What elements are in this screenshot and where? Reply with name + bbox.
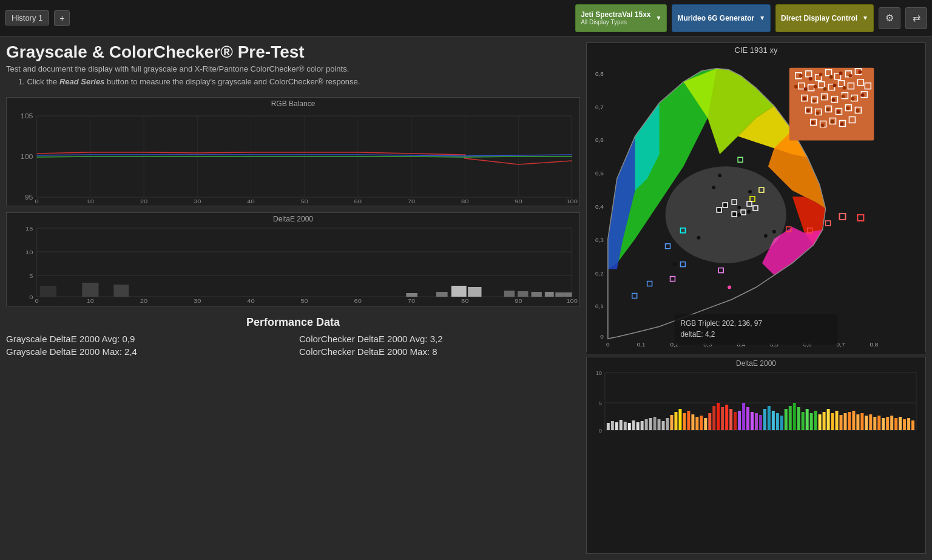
svg-rect-260 [848, 412, 851, 430]
svg-text:0: 0 [606, 341, 610, 348]
svg-point-107 [712, 186, 715, 189]
svg-rect-266 [873, 417, 876, 430]
svg-point-159 [822, 96, 826, 100]
svg-text:0,7: 0,7 [837, 341, 845, 348]
svg-rect-242 [772, 411, 775, 430]
perf-value-gs-avg: 0,9 [123, 334, 135, 344]
perf-item-cc-max: ColorChecker DeltaE 2000 Max: 8 [299, 346, 580, 357]
svg-point-160 [832, 98, 836, 102]
device2-name: Murideo 6G Generator [677, 14, 754, 22]
svg-rect-215 [658, 419, 661, 430]
svg-rect-212 [645, 419, 648, 430]
svg-point-157 [803, 97, 806, 101]
svg-rect-274 [907, 418, 910, 430]
svg-rect-249 [802, 412, 805, 430]
instruction-suffix: button to measure the display's grayscal… [104, 77, 360, 86]
svg-point-182 [821, 123, 825, 127]
device1-button[interactable]: Jeti SpectraVal 15xx All Display Types ▼ [575, 4, 667, 32]
deltae-right-chart: DeltaE 2000 10 5 0 [586, 357, 926, 554]
svg-text:0: 0 [35, 198, 39, 204]
svg-text:50: 50 [300, 298, 308, 304]
svg-rect-273 [903, 419, 906, 430]
svg-rect-233 [734, 412, 737, 430]
svg-point-112 [748, 190, 752, 194]
svg-text:0,3: 0,3 [595, 237, 604, 243]
svg-rect-214 [653, 417, 657, 430]
settings-button[interactable]: ⚙ [879, 7, 900, 29]
deltae-left-title: DeltaE 2000 [7, 213, 579, 225]
svg-text:0,8: 0,8 [870, 341, 878, 348]
svg-rect-52 [406, 293, 417, 297]
header: History 1 + Jeti SpectraVal 15xx All Dis… [0, 0, 932, 36]
svg-point-137 [799, 74, 803, 78]
svg-text:0,8: 0,8 [595, 70, 604, 77]
svg-rect-244 [780, 416, 783, 430]
svg-rect-271 [894, 418, 897, 430]
svg-rect-60 [555, 292, 564, 297]
svg-rect-236 [746, 407, 749, 430]
perf-item-cc-avg: ColorChecker DeltaE 2000 Avg: 3,2 [299, 334, 580, 344]
svg-text:100: 100 [21, 153, 33, 160]
svg-point-184 [840, 122, 844, 126]
svg-rect-221 [683, 413, 686, 430]
svg-rect-243 [776, 413, 779, 430]
svg-rect-50 [82, 283, 98, 297]
svg-point-190 [747, 210, 751, 214]
svg-point-161 [841, 95, 845, 98]
svg-rect-211 [641, 421, 644, 430]
arrows-button[interactable]: ⇄ [905, 7, 927, 29]
performance-grid: Grayscale DeltaE 2000 Avg: 0,9 ColorChec… [6, 334, 580, 357]
add-tab-button[interactable]: + [54, 10, 70, 26]
svg-text:10: 10 [87, 198, 95, 204]
svg-rect-272 [899, 417, 902, 430]
svg-point-140 [829, 75, 833, 79]
deltae-right-title: DeltaE 2000 [587, 357, 925, 369]
svg-rect-235 [742, 403, 745, 430]
cie-chart-title: CIE 1931 xy [587, 43, 925, 57]
svg-rect-61 [564, 292, 572, 297]
svg-rect-223 [691, 414, 694, 430]
svg-rect-239 [759, 415, 762, 430]
history-tab[interactable]: History 1 [5, 10, 49, 25]
svg-rect-270 [890, 416, 893, 430]
svg-point-110 [737, 206, 741, 209]
svg-text:60: 60 [354, 298, 362, 304]
svg-rect-253 [819, 414, 822, 430]
perf-item-gs-max: Grayscale DeltaE 2000 Max: 2,4 [6, 346, 287, 357]
svg-point-139 [819, 73, 823, 76]
svg-text:20: 20 [140, 298, 148, 304]
svg-rect-246 [789, 406, 792, 430]
svg-rect-217 [666, 418, 669, 430]
svg-text:40: 40 [247, 298, 255, 304]
svg-text:80: 80 [461, 298, 469, 304]
svg-point-148 [833, 84, 837, 87]
perf-label-cc-avg: ColorChecker DeltaE 2000 Avg: [299, 334, 430, 344]
svg-point-181 [811, 121, 815, 125]
perf-item-gs-avg: Grayscale DeltaE 2000 Avg: 0,9 [6, 334, 287, 344]
svg-point-96 [723, 203, 727, 207]
left-panel: Grayscale & ColorChecker® Pre-Test Test … [6, 42, 580, 554]
svg-rect-231 [725, 405, 728, 430]
svg-rect-268 [882, 418, 885, 430]
svg-rect-230 [721, 407, 724, 430]
svg-point-175 [856, 109, 859, 113]
svg-text:100: 100 [566, 298, 578, 304]
svg-rect-57 [518, 291, 528, 297]
svg-rect-261 [852, 411, 855, 430]
device3-button[interactable]: Direct Display Control ▼ [775, 4, 874, 32]
svg-point-172 [826, 108, 830, 112]
rgb-chart-svg: 105 100 95 0 10 20 30 40 50 60 70 80 90 … [7, 110, 579, 204]
svg-rect-222 [687, 411, 690, 430]
rgb-triplet-label: RGB Triplet: 202, 136, 97 [680, 319, 762, 328]
svg-point-170 [806, 109, 810, 113]
svg-rect-204 [611, 421, 614, 430]
device2-button[interactable]: Murideo 6G Generator ▼ [672, 4, 771, 32]
svg-text:90: 90 [515, 298, 522, 304]
svg-text:10: 10 [25, 249, 33, 255]
svg-point-163 [860, 93, 864, 97]
svg-point-183 [831, 120, 834, 124]
deltae-label: deltaE: 4,2 [680, 330, 715, 339]
svg-text:0,5: 0,5 [595, 170, 604, 177]
svg-rect-210 [637, 422, 640, 430]
svg-rect-275 [911, 420, 914, 430]
